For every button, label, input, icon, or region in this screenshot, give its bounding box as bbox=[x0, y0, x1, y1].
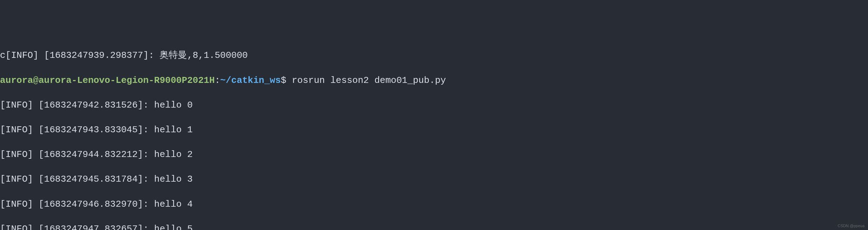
user-host: aurora@aurora-Lenovo-Legion-R9000P2021H bbox=[0, 75, 215, 86]
prompt-line: aurora@aurora-Lenovo-Legion-R9000P2021H:… bbox=[0, 74, 868, 87]
log-line: [INFO] [1683247945.831784]: hello 3 bbox=[0, 173, 868, 186]
log-line: [INFO] [1683247944.832212]: hello 2 bbox=[0, 149, 868, 161]
partial-previous-line: c[INFO] [1683247939.298377]: 奥特曼,8,1.500… bbox=[0, 49, 868, 62]
log-line: [INFO] [1683247947.832657]: hello 5 bbox=[0, 223, 868, 230]
watermark: CSDN @ppeua bbox=[838, 223, 864, 229]
log-line: [INFO] [1683247946.832970]: hello 4 bbox=[0, 198, 868, 211]
command-input: rosrun lesson2 demo01_pub.py bbox=[292, 75, 446, 86]
prompt-colon: : bbox=[215, 75, 221, 86]
terminal-output[interactable]: c[INFO] [1683247939.298377]: 奥特曼,8,1.500… bbox=[0, 49, 868, 230]
log-line: [INFO] [1683247942.831526]: hello 0 bbox=[0, 99, 868, 111]
log-line: [INFO] [1683247943.833045]: hello 1 bbox=[0, 124, 868, 136]
working-directory: ~/catkin_ws bbox=[220, 75, 281, 86]
prompt-dollar: $ bbox=[281, 75, 292, 86]
